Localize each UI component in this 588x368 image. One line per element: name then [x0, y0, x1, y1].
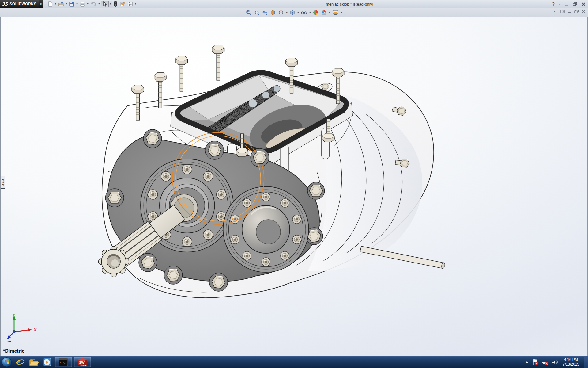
zoom-to-area-icon [254, 10, 260, 16]
select-cursor-icon [102, 1, 107, 7]
zoom-to-fit-button[interactable] [245, 9, 252, 16]
print-button[interactable] [79, 1, 86, 7]
show-hidden-icons-button[interactable] [524, 360, 529, 365]
taskbar-clock[interactable]: 4:16 PM 7/13/2015 [561, 358, 581, 367]
view-orientation-button[interactable] [277, 9, 285, 16]
restore-button[interactable] [572, 1, 578, 7]
help-dropdown-icon[interactable]: ▾ [558, 3, 560, 6]
new-dropdown-icon[interactable]: ▾ [54, 2, 57, 5]
save-button[interactable] [68, 1, 75, 7]
collapse-left-pane-icon[interactable] [553, 10, 557, 13]
folder-icon [28, 358, 39, 367]
display-style-button[interactable] [289, 9, 296, 16]
start-button[interactable] [0, 356, 13, 368]
previous-view-button[interactable] [261, 9, 269, 16]
rebuild-button[interactable] [113, 1, 118, 7]
sw-logo-text: SW [79, 361, 85, 364]
view-orientation-dropdown-icon[interactable]: ▾ [285, 11, 288, 14]
view-settings-icon [332, 10, 339, 16]
expand-arrow-icon: ◀ [2, 181, 3, 183]
media-player-button[interactable] [40, 356, 54, 368]
display-style-dropdown-icon[interactable]: ▾ [297, 11, 300, 14]
section-view-button[interactable] [269, 9, 277, 16]
graphics-area[interactable]: ◀ ◀ ◀ *Dimetric Y X [0, 17, 588, 356]
media-player-icon [42, 357, 52, 367]
file-properties-button[interactable] [119, 1, 126, 7]
print-icon [79, 1, 85, 7]
solidworks-logo: 3S SOLIDWORKS [0, 0, 39, 8]
open-button[interactable] [57, 1, 65, 7]
section-view-icon [270, 10, 276, 16]
save-floppy-icon [69, 1, 75, 7]
apply-scene-button[interactable] [320, 9, 328, 16]
eyeglasses-icon [301, 10, 307, 16]
hide-show-items-button[interactable] [300, 9, 308, 16]
new-document-button[interactable] [47, 1, 54, 7]
undo-dropdown-icon[interactable]: ▾ [98, 2, 100, 5]
clock-date: 7/13/2015 [563, 362, 579, 367]
expand-arrow-icon: ◀ [2, 179, 3, 181]
internet-explorer-icon: e [15, 357, 25, 367]
command-prompt-button[interactable]: C:\_ [55, 357, 72, 367]
apply-scene-dropdown-icon[interactable]: ▾ [328, 11, 331, 14]
internet-explorer-button[interactable]: e [13, 356, 27, 368]
select-button[interactable] [101, 1, 108, 7]
brand-name: SOLIDWORKS [9, 2, 36, 6]
minimize-document-icon[interactable] [567, 10, 571, 13]
close-document-icon[interactable] [582, 10, 586, 13]
view-orientation-icon [278, 10, 284, 16]
options-dropdown-icon[interactable]: ▾ [134, 2, 137, 5]
edit-appearance-button[interactable] [312, 9, 319, 16]
undo-button[interactable] [89, 1, 97, 7]
zoom-to-fit-icon [246, 10, 252, 16]
x-axis-label: X [33, 328, 37, 332]
help-button[interactable]: ? [552, 2, 555, 6]
title-bar: 3S SOLIDWORKS ▶ ▾ ▾ [0, 0, 588, 8]
solidworks-window: 3S SOLIDWORKS ▶ ▾ ▾ [0, 0, 588, 368]
hide-show-dropdown-icon[interactable]: ▾ [309, 11, 311, 14]
undo-icon [90, 1, 97, 7]
system-tray: 4:16 PM 7/13/2015 [524, 356, 588, 368]
window-title: menjac sklop * [Read-only] [326, 0, 373, 8]
volume-icon[interactable] [552, 359, 558, 366]
windows-taskbar: e C:\_ [0, 356, 588, 368]
command-prompt-icon: C:\_ [59, 358, 68, 366]
action-center-icon[interactable] [532, 359, 539, 366]
view-settings-button[interactable] [332, 9, 339, 16]
window-controls: ? ▾ [552, 0, 586, 8]
new-document-icon [47, 1, 53, 7]
view-toolbar-row: ▾ ▾ ▾ [0, 8, 588, 17]
close-button[interactable] [581, 1, 586, 7]
view-settings-dropdown-icon[interactable]: ▾ [340, 11, 343, 14]
collapse-right-pane-icon[interactable] [560, 10, 565, 13]
select-dropdown-icon[interactable]: ▾ [108, 1, 112, 7]
previous-view-icon [262, 10, 268, 16]
windows-explorer-button[interactable] [27, 356, 40, 368]
sw-year-text: 2015 [81, 364, 87, 367]
dassault-logo-icon: 3S [2, 1, 9, 6]
solidworks-2015-icon: SW 2015 [77, 357, 88, 367]
network-status-icon[interactable] [541, 359, 549, 366]
save-dropdown-icon[interactable]: ▾ [76, 2, 78, 5]
featuremanager-collapsed-tab[interactable]: ◀ ◀ ◀ [1, 176, 5, 189]
traffic-light-icon [113, 1, 118, 7]
spline-tip [98, 246, 129, 277]
gearbox-model[interactable] [1, 17, 587, 356]
show-desktop-button[interactable] [584, 356, 588, 368]
open-dropdown-icon[interactable]: ▾ [65, 2, 68, 5]
right-bearing-flange[interactable] [223, 186, 308, 272]
cmd-prompt-text: C:\_ [60, 361, 66, 364]
headsup-view-toolbar: ▾ ▾ ▾ [245, 9, 343, 16]
open-folder-icon [58, 1, 64, 7]
restore-document-icon[interactable] [574, 10, 579, 13]
minimize-button[interactable] [564, 1, 569, 7]
options-button[interactable] [126, 1, 134, 7]
svg-text:e: e [17, 358, 21, 366]
solidworks-taskbar-button[interactable]: SW 2015 [74, 357, 91, 367]
clock-time: 4:16 PM [563, 358, 579, 362]
menu-flyout-arrow-icon[interactable]: ▶ [39, 0, 43, 8]
print-dropdown-icon[interactable]: ▾ [86, 2, 89, 5]
zoom-to-area-button[interactable] [253, 9, 260, 16]
display-style-icon [289, 10, 296, 16]
menu-bar-toolbar: ▾ ▾ ▾ [47, 1, 137, 7]
